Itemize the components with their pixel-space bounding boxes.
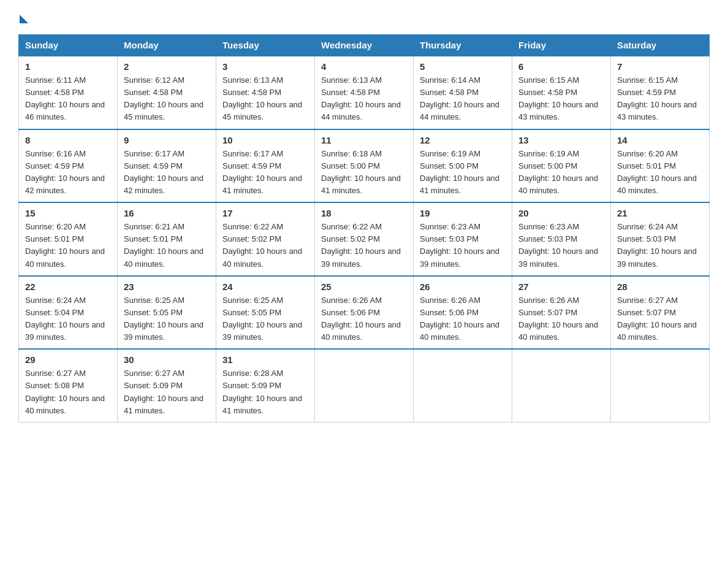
- calendar-cell: [315, 349, 414, 422]
- calendar-week-4: 22 Sunrise: 6:24 AMSunset: 5:04 PMDaylig…: [19, 276, 710, 350]
- day-info: Sunrise: 6:27 AMSunset: 5:09 PMDaylight:…: [124, 367, 210, 417]
- day-info: Sunrise: 6:25 AMSunset: 5:05 PMDaylight:…: [124, 294, 210, 344]
- day-number: 29: [25, 354, 111, 365]
- day-info: Sunrise: 6:26 AMSunset: 5:07 PMDaylight:…: [518, 294, 604, 344]
- day-info: Sunrise: 6:24 AMSunset: 5:04 PMDaylight:…: [25, 294, 111, 344]
- calendar-cell: 13 Sunrise: 6:19 AMSunset: 5:00 PMDaylig…: [512, 129, 611, 203]
- calendar-cell: 10 Sunrise: 6:17 AMSunset: 4:59 PMDaylig…: [216, 129, 315, 203]
- calendar-cell: 3 Sunrise: 6:13 AMSunset: 4:58 PMDayligh…: [216, 56, 315, 129]
- calendar-cell: 28 Sunrise: 6:27 AMSunset: 5:07 PMDaylig…: [611, 276, 710, 350]
- day-number: 2: [124, 61, 210, 72]
- calendar-cell: 5 Sunrise: 6:14 AMSunset: 4:58 PMDayligh…: [414, 56, 512, 129]
- day-info: Sunrise: 6:18 AMSunset: 5:00 PMDaylight:…: [321, 148, 407, 197]
- day-number: 4: [321, 61, 407, 72]
- day-info: Sunrise: 6:20 AMSunset: 5:01 PMDaylight:…: [25, 221, 111, 270]
- calendar-cell: 1 Sunrise: 6:11 AMSunset: 4:58 PMDayligh…: [19, 56, 118, 129]
- calendar-week-2: 8 Sunrise: 6:16 AMSunset: 4:59 PMDayligh…: [19, 129, 710, 203]
- calendar-cell: 15 Sunrise: 6:20 AMSunset: 5:01 PMDaylig…: [19, 202, 118, 276]
- calendar-cell: 8 Sunrise: 6:16 AMSunset: 4:59 PMDayligh…: [19, 129, 118, 203]
- calendar-week-1: 1 Sunrise: 6:11 AMSunset: 4:58 PMDayligh…: [19, 56, 710, 129]
- day-info: Sunrise: 6:12 AMSunset: 4:58 PMDaylight:…: [124, 74, 210, 124]
- calendar-cell: 27 Sunrise: 6:26 AMSunset: 5:07 PMDaylig…: [512, 276, 611, 350]
- calendar-cell: 29 Sunrise: 6:27 AMSunset: 5:08 PMDaylig…: [19, 349, 118, 422]
- day-info: Sunrise: 6:19 AMSunset: 5:00 PMDaylight:…: [420, 148, 506, 197]
- calendar-week-5: 29 Sunrise: 6:27 AMSunset: 5:08 PMDaylig…: [19, 349, 710, 422]
- day-number: 1: [25, 61, 111, 72]
- day-number: 19: [420, 208, 506, 218]
- page-header: [18, 12, 710, 22]
- logo-arrow-icon: [20, 15, 28, 23]
- day-number: 13: [518, 135, 604, 145]
- logo: [18, 12, 28, 22]
- calendar-cell: 18 Sunrise: 6:22 AMSunset: 5:02 PMDaylig…: [315, 202, 414, 276]
- day-number: 30: [124, 354, 210, 365]
- day-info: Sunrise: 6:28 AMSunset: 5:09 PMDaylight:…: [222, 367, 308, 417]
- day-number: 24: [222, 282, 308, 292]
- calendar-cell: 19 Sunrise: 6:23 AMSunset: 5:03 PMDaylig…: [414, 202, 512, 276]
- calendar-cell: 22 Sunrise: 6:24 AMSunset: 5:04 PMDaylig…: [19, 276, 118, 350]
- calendar-cell: 6 Sunrise: 6:15 AMSunset: 4:58 PMDayligh…: [512, 56, 611, 129]
- day-number: 28: [617, 282, 703, 292]
- day-info: Sunrise: 6:15 AMSunset: 4:58 PMDaylight:…: [518, 74, 604, 124]
- calendar-cell: 31 Sunrise: 6:28 AMSunset: 5:09 PMDaylig…: [216, 349, 315, 422]
- day-info: Sunrise: 6:26 AMSunset: 5:06 PMDaylight:…: [420, 294, 506, 344]
- day-number: 25: [321, 282, 407, 292]
- day-number: 23: [124, 282, 210, 292]
- day-info: Sunrise: 6:13 AMSunset: 4:58 PMDaylight:…: [321, 74, 407, 124]
- day-number: 5: [420, 61, 506, 72]
- day-info: Sunrise: 6:17 AMSunset: 4:59 PMDaylight:…: [222, 148, 308, 197]
- day-info: Sunrise: 6:22 AMSunset: 5:02 PMDaylight:…: [321, 221, 407, 270]
- calendar-cell: 17 Sunrise: 6:22 AMSunset: 5:02 PMDaylig…: [216, 202, 315, 276]
- day-info: Sunrise: 6:23 AMSunset: 5:03 PMDaylight:…: [420, 221, 506, 270]
- calendar-cell: [512, 349, 611, 422]
- calendar-cell: 2 Sunrise: 6:12 AMSunset: 4:58 PMDayligh…: [118, 56, 216, 129]
- day-info: Sunrise: 6:14 AMSunset: 4:58 PMDaylight:…: [420, 74, 506, 124]
- day-number: 18: [321, 208, 407, 218]
- day-info: Sunrise: 6:16 AMSunset: 4:59 PMDaylight:…: [25, 148, 111, 197]
- calendar-cell: 14 Sunrise: 6:20 AMSunset: 5:01 PMDaylig…: [611, 129, 710, 203]
- calendar-cell: 12 Sunrise: 6:19 AMSunset: 5:00 PMDaylig…: [414, 129, 512, 203]
- calendar-cell: 30 Sunrise: 6:27 AMSunset: 5:09 PMDaylig…: [118, 349, 216, 422]
- day-number: 6: [518, 61, 604, 72]
- day-info: Sunrise: 6:15 AMSunset: 4:59 PMDaylight:…: [617, 74, 703, 124]
- day-info: Sunrise: 6:11 AMSunset: 4:58 PMDaylight:…: [25, 74, 111, 124]
- day-number: 21: [617, 208, 703, 218]
- day-number: 15: [25, 208, 111, 218]
- day-info: Sunrise: 6:21 AMSunset: 5:01 PMDaylight:…: [124, 221, 210, 270]
- day-number: 7: [617, 61, 703, 72]
- calendar-cell: 26 Sunrise: 6:26 AMSunset: 5:06 PMDaylig…: [414, 276, 512, 350]
- day-number: 12: [420, 135, 506, 145]
- col-header-sunday: Sunday: [19, 35, 118, 56]
- day-number: 8: [25, 135, 111, 145]
- day-info: Sunrise: 6:17 AMSunset: 4:59 PMDaylight:…: [124, 148, 210, 197]
- calendar-cell: 16 Sunrise: 6:21 AMSunset: 5:01 PMDaylig…: [118, 202, 216, 276]
- col-header-tuesday: Tuesday: [216, 35, 315, 56]
- day-number: 26: [420, 282, 506, 292]
- col-header-monday: Monday: [118, 35, 216, 56]
- day-number: 22: [25, 282, 111, 292]
- day-info: Sunrise: 6:27 AMSunset: 5:08 PMDaylight:…: [25, 367, 111, 417]
- day-info: Sunrise: 6:13 AMSunset: 4:58 PMDaylight:…: [222, 74, 308, 124]
- col-header-wednesday: Wednesday: [315, 35, 414, 56]
- day-info: Sunrise: 6:24 AMSunset: 5:03 PMDaylight:…: [617, 221, 703, 270]
- day-number: 17: [222, 208, 308, 218]
- calendar-cell: 9 Sunrise: 6:17 AMSunset: 4:59 PMDayligh…: [118, 129, 216, 203]
- day-number: 16: [124, 208, 210, 218]
- calendar-cell: 25 Sunrise: 6:26 AMSunset: 5:06 PMDaylig…: [315, 276, 414, 350]
- day-info: Sunrise: 6:27 AMSunset: 5:07 PMDaylight:…: [617, 294, 703, 344]
- calendar-cell: 20 Sunrise: 6:23 AMSunset: 5:03 PMDaylig…: [512, 202, 611, 276]
- day-info: Sunrise: 6:25 AMSunset: 5:05 PMDaylight:…: [222, 294, 308, 344]
- calendar-cell: 4 Sunrise: 6:13 AMSunset: 4:58 PMDayligh…: [315, 56, 414, 129]
- day-number: 11: [321, 135, 407, 145]
- col-header-friday: Friday: [512, 35, 611, 56]
- day-number: 10: [222, 135, 308, 145]
- calendar-cell: [611, 349, 710, 422]
- day-info: Sunrise: 6:20 AMSunset: 5:01 PMDaylight:…: [617, 148, 703, 197]
- calendar-week-3: 15 Sunrise: 6:20 AMSunset: 5:01 PMDaylig…: [19, 202, 710, 276]
- day-info: Sunrise: 6:26 AMSunset: 5:06 PMDaylight:…: [321, 294, 407, 344]
- calendar-cell: [414, 349, 512, 422]
- calendar-table: SundayMondayTuesdayWednesdayThursdayFrid…: [18, 34, 710, 423]
- day-number: 31: [222, 354, 308, 365]
- day-info: Sunrise: 6:23 AMSunset: 5:03 PMDaylight:…: [518, 221, 604, 270]
- day-number: 9: [124, 135, 210, 145]
